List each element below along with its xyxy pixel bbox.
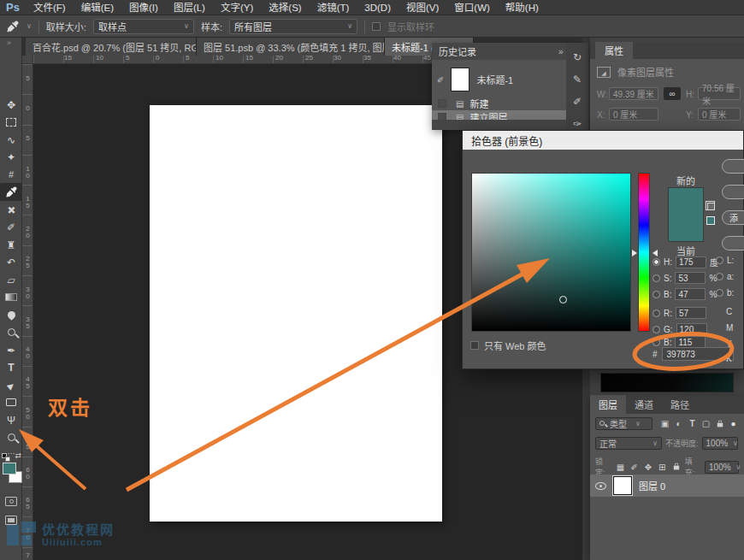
magic-wand-tool[interactable]: ✦ <box>0 148 22 166</box>
web-gamut-warning-cube-icon[interactable] <box>707 203 715 210</box>
document-canvas[interactable] <box>150 105 442 522</box>
quick-mask-icon[interactable] <box>5 497 17 506</box>
lock-paint-icon[interactable]: ✐ <box>629 463 640 472</box>
tab-channels[interactable]: 通道 <box>626 395 662 414</box>
foreground-color-swatch[interactable] <box>3 463 16 475</box>
width-field[interactable]: 49.39 厘米 <box>609 87 658 100</box>
tab-layers[interactable]: 图层 <box>590 395 626 414</box>
eyedropper-tool-selected[interactable] <box>0 183 22 201</box>
history-brush-tool[interactable]: ↶ <box>0 253 22 271</box>
hue-slider-left-arrow-icon[interactable] <box>632 250 637 256</box>
brushes-dock-icon[interactable]: ✐ <box>573 96 582 108</box>
menu-file[interactable]: 文件(F) <box>26 0 74 15</box>
gradient-tool[interactable] <box>0 288 22 306</box>
filter-type-layers-icon[interactable]: T <box>687 419 698 429</box>
menu-filter[interactable]: 滤镜(T) <box>310 0 357 15</box>
move-tool[interactable]: ✥ <box>0 96 22 114</box>
pen-tool[interactable]: ✒ <box>0 341 22 359</box>
web-only-checkbox[interactable] <box>470 341 479 350</box>
filter-smart-objects-icon[interactable] <box>714 419 725 429</box>
history-dock-icon[interactable]: ↻ <box>573 51 582 63</box>
fill-field[interactable]: 100% ∨ <box>705 461 739 474</box>
path-selection-tool[interactable]: ▶ <box>0 376 22 394</box>
saturation-brightness-field[interactable] <box>471 173 631 332</box>
color-field-marker[interactable] <box>559 296 567 304</box>
brush-settings-dock-icon[interactable]: ✑ <box>573 118 582 130</box>
filter-pixel-layers-icon[interactable]: ▣ <box>659 419 670 429</box>
color-libraries-button[interactable] <box>722 236 744 251</box>
marquee-tool[interactable] <box>0 113 22 131</box>
eyedropper-tool-icon[interactable]: ∨ <box>7 21 32 32</box>
lock-all-icon[interactable] <box>670 462 681 472</box>
menu-layer[interactable]: 图层(L) <box>166 0 213 15</box>
shape-tool[interactable] <box>0 393 22 411</box>
opacity-field[interactable]: 100% ∨ <box>702 437 738 450</box>
web-safe-color-swatch[interactable] <box>706 216 715 225</box>
swap-colors-icon[interactable]: ⇄ <box>15 451 21 460</box>
filter-adjustment-layers-icon[interactable]: ◐ <box>673 419 684 429</box>
layer-row-0[interactable]: 图层 0 <box>590 475 744 497</box>
r-value-field[interactable]: 57 <box>676 307 706 319</box>
lock-artboard-icon[interactable]: ⊞ <box>657 463 667 472</box>
layer-thumbnail[interactable] <box>613 476 632 495</box>
show-sampling-ring-checkbox[interactable] <box>372 22 381 31</box>
s-value-field[interactable]: 53 <box>675 272 706 284</box>
ok-button[interactable] <box>722 159 744 174</box>
hue-slider[interactable] <box>638 173 650 332</box>
history-source-checkbox[interactable] <box>438 99 446 108</box>
document-tab-1[interactable]: 百合花.psd @ 20.7% (图层 51 拷贝, RGB/8... × <box>26 38 197 56</box>
panel-expand-icon[interactable]: » <box>558 47 564 56</box>
properties-tab[interactable]: 属性 <box>595 42 633 59</box>
history-state-new[interactable]: ▤ 新建 <box>432 97 582 110</box>
lab-b-radio[interactable] <box>716 289 723 297</box>
hand-tool[interactable]: Ψ <box>0 411 22 429</box>
eraser-tool[interactable]: ▱ <box>0 271 22 289</box>
filter-shape-layers-icon[interactable]: ▢ <box>700 419 712 429</box>
menu-view[interactable]: 视图(V) <box>399 0 446 15</box>
document-tab-2[interactable]: 图层 51.psb @ 33.3% (颜色填充 1 拷贝, 图层... × <box>197 38 385 56</box>
menu-window[interactable]: 窗口(W) <box>446 0 498 15</box>
layer-filter-dropdown[interactable]: 类型 ∨ <box>595 417 652 430</box>
a-radio[interactable] <box>716 273 723 280</box>
sample-size-dropdown[interactable]: 取样点 ∨ <box>93 19 194 34</box>
toolbar-collapse-icon[interactable]: » <box>7 38 11 47</box>
dodge-tool[interactable] <box>0 323 22 341</box>
blur-tool[interactable] <box>0 306 22 324</box>
layer-visibility-eye-icon[interactable] <box>595 482 606 490</box>
sample-dropdown[interactable]: 所有图层 ∨ <box>229 19 357 34</box>
blue-value-field[interactable]: 115 <box>675 336 706 348</box>
blue-radio[interactable] <box>652 339 660 346</box>
healing-brush-tool[interactable]: ✚ <box>0 201 22 219</box>
link-dimensions-icon[interactable]: ∞ <box>664 87 681 100</box>
lock-position-icon[interactable]: ✥ <box>643 463 653 472</box>
tab-paths[interactable]: 路径 <box>662 395 698 414</box>
add-to-swatches-button[interactable]: 添 <box>722 210 744 225</box>
zoom-tool[interactable] <box>0 428 22 446</box>
height-field[interactable]: 70.56 厘米 <box>698 87 741 100</box>
h-value-field[interactable]: 175 <box>676 256 706 268</box>
blend-mode-dropdown[interactable]: 正常 ∨ <box>595 437 662 450</box>
b-radio[interactable] <box>652 291 660 298</box>
y-field[interactable]: 0 厘米 <box>698 108 741 121</box>
clone-stamp-tool[interactable]: ♜ <box>0 236 22 254</box>
lock-transparency-icon[interactable]: ▦ <box>615 463 625 472</box>
hex-value-field[interactable]: 397873 <box>662 347 734 361</box>
menu-edit[interactable]: 编辑(E) <box>74 0 121 15</box>
notes-dock-icon[interactable]: ✎ <box>573 74 582 85</box>
menu-type[interactable]: 文字(Y) <box>213 0 261 15</box>
current-color-swatch[interactable] <box>669 215 703 241</box>
g-radio[interactable] <box>652 326 660 333</box>
crop-tool[interactable]: # <box>0 166 22 184</box>
x-field[interactable]: 0 厘米 <box>609 108 658 121</box>
g-value-field[interactable]: 120 <box>676 323 707 335</box>
cancel-button[interactable] <box>722 185 744 199</box>
filter-toggle-icon[interactable]: ● <box>728 419 739 429</box>
menu-3d[interactable]: 3D(D) <box>357 0 399 15</box>
s-radio[interactable] <box>652 274 660 282</box>
menu-image[interactable]: 图像(I) <box>121 0 166 15</box>
b-value-field[interactable]: 47 <box>675 288 706 300</box>
menu-select[interactable]: 选择(S) <box>261 0 309 15</box>
history-tab[interactable]: 历史记录 <box>439 44 476 58</box>
lasso-tool[interactable]: ∿ <box>0 131 22 149</box>
l-radio[interactable] <box>716 256 723 264</box>
